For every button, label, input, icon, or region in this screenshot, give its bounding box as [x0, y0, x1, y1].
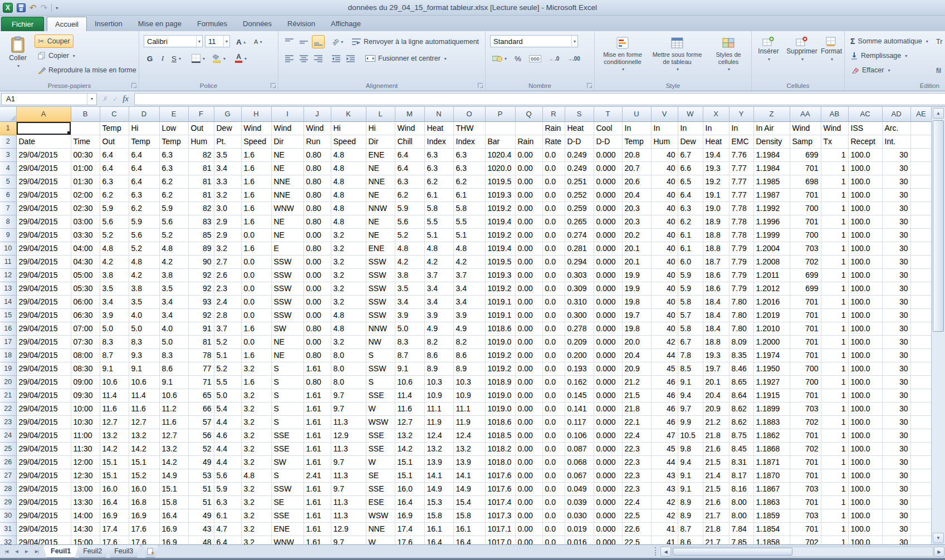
cell-AE7[interactable] [910, 202, 931, 215]
cell-AB9[interactable]: 1 [821, 228, 848, 242]
cell-D5[interactable]: 6.4 [129, 175, 159, 188]
cell-M2[interactable]: Chill [395, 135, 424, 148]
cell-O5[interactable]: 6.2 [453, 175, 485, 188]
cell-R10[interactable]: 0.0 [542, 242, 565, 255]
cell-R16[interactable]: 0.0 [542, 322, 565, 335]
cell-AB32[interactable]: 1 [821, 536, 848, 544]
cell-AA20[interactable]: 700 [790, 375, 821, 389]
cell-D26[interactable]: 15.1 [129, 455, 159, 469]
cell-B31[interactable]: 14:30 [71, 522, 100, 536]
cell-I23[interactable]: S [271, 415, 303, 429]
cell-I11[interactable]: SSW [271, 255, 303, 268]
cell-Y26[interactable]: 8.31 [729, 455, 753, 469]
cell-E8[interactable]: 5.6 [159, 215, 188, 228]
column-header-A[interactable]: A [16, 107, 71, 121]
cell-W28[interactable]: 9.1 [678, 482, 703, 495]
cell-R31[interactable]: 0.0 [542, 522, 565, 536]
cell-M20[interactable]: 10.6 [395, 375, 424, 389]
cell-Q20[interactable]: 0.00 [515, 375, 542, 389]
cell-N19[interactable]: 8.9 [424, 362, 453, 375]
row-header-16[interactable]: 16 [0, 322, 16, 335]
row-header-32[interactable]: 32 [0, 536, 16, 544]
cell-X22[interactable]: 20.9 [703, 402, 729, 415]
cell-E31[interactable]: 16.9 [159, 522, 188, 536]
cell-AD26[interactable]: 30 [882, 455, 910, 469]
cell-A14[interactable]: 29/04/2015 [16, 295, 71, 308]
cell-T8[interactable]: 0.000 [594, 215, 622, 228]
cell-Z3[interactable]: 1.1984 [753, 148, 790, 161]
cell-AD8[interactable]: 30 [882, 215, 910, 228]
cell-F23[interactable]: 57 [188, 415, 214, 429]
cell-N8[interactable]: 5.5 [424, 215, 453, 228]
cell-F4[interactable]: 81 [188, 161, 214, 175]
cell-F24[interactable]: 56 [188, 429, 214, 442]
cell-J20[interactable]: 0.80 [303, 375, 331, 389]
cell-F16[interactable]: 91 [188, 322, 214, 335]
cell-AD12[interactable]: 30 [882, 268, 910, 282]
column-header-J[interactable]: J [303, 107, 331, 121]
formula-input[interactable] [134, 93, 945, 105]
cell-AC28[interactable]: 100.0 [848, 482, 882, 495]
cell-N29[interactable]: 15.3 [424, 495, 453, 509]
cell-AC19[interactable]: 100.0 [848, 362, 882, 375]
cell-B21[interactable]: 09:30 [71, 389, 100, 402]
fill-color-button[interactable]: ▾ [210, 52, 228, 65]
cell-G15[interactable]: 2.8 [214, 308, 241, 322]
cell-AC25[interactable]: 100.0 [848, 442, 882, 455]
cell-H24[interactable]: 3.2 [241, 429, 271, 442]
formula-cancel-icon[interactable]: ✗ [102, 95, 108, 103]
conditional-formatting-button[interactable]: Mise en formeconditionnelle ▾ [597, 33, 648, 79]
cell-P26[interactable]: 1018.0 [485, 455, 515, 469]
cell-F18[interactable]: 78 [188, 348, 214, 362]
cell-F11[interactable]: 90 [188, 255, 214, 268]
cell-AC12[interactable]: 100.0 [848, 268, 882, 282]
cell-AB3[interactable]: 1 [821, 148, 848, 161]
cell-Q26[interactable]: 0.00 [515, 455, 542, 469]
cell-L26[interactable]: W [366, 455, 395, 469]
cell-AD22[interactable]: 30 [882, 402, 910, 415]
cell-E27[interactable]: 14.9 [159, 469, 188, 482]
cell-AB6[interactable]: 1 [821, 188, 848, 202]
cell-AD28[interactable]: 30 [882, 482, 910, 495]
cell-X1[interactable]: In [703, 121, 729, 135]
cell-H15[interactable]: 0.0 [241, 308, 271, 322]
cell-C12[interactable]: 3.8 [100, 268, 129, 282]
cell-AA5[interactable]: 698 [790, 175, 821, 188]
cell-A9[interactable]: 29/04/2015 [16, 228, 71, 242]
cell-U28[interactable]: 22.3 [622, 482, 651, 495]
cell-E2[interactable]: Temp [159, 135, 188, 148]
row-header-3[interactable]: 3 [0, 148, 16, 161]
cell-AC2[interactable]: Recept [848, 135, 882, 148]
cell-G30[interactable]: 6.1 [214, 509, 241, 522]
cell-M3[interactable]: 6.4 [395, 148, 424, 161]
cell-AB14[interactable]: 1 [821, 295, 848, 308]
cell-F29[interactable]: 51 [188, 495, 214, 509]
cell-AB23[interactable]: 1 [821, 415, 848, 429]
cell-Q28[interactable]: 0.00 [515, 482, 542, 495]
cell-A16[interactable]: 29/04/2015 [16, 322, 71, 335]
cell-AE30[interactable] [910, 509, 931, 522]
cell-W5[interactable]: 6.5 [678, 175, 703, 188]
cell-H21[interactable]: 3.2 [241, 389, 271, 402]
cell-J23[interactable]: 1.61 [303, 415, 331, 429]
cell-AB27[interactable]: 1 [821, 469, 848, 482]
cell-N17[interactable]: 8.2 [424, 335, 453, 348]
cell-U30[interactable]: 22.5 [622, 509, 651, 522]
cell-D31[interactable]: 17.6 [129, 522, 159, 536]
cell-R1[interactable]: Rain [542, 121, 565, 135]
cell-J6[interactable]: 0.80 [303, 188, 331, 202]
scroll-left-button[interactable]: ◀ [660, 547, 671, 557]
cell-A6[interactable]: 29/04/2015 [16, 188, 71, 202]
cell-N16[interactable]: 4.9 [424, 322, 453, 335]
cell-R12[interactable]: 0.0 [542, 268, 565, 282]
cell-J25[interactable]: 1.61 [303, 442, 331, 455]
cell-S21[interactable]: 0.145 [565, 389, 594, 402]
cell-O28[interactable]: 14.9 [453, 482, 485, 495]
row-header-10[interactable]: 10 [0, 242, 16, 255]
cell-W10[interactable]: 6.1 [678, 242, 703, 255]
cell-C23[interactable]: 12.7 [100, 415, 129, 429]
cell-J4[interactable]: 0.80 [303, 161, 331, 175]
cell-G25[interactable]: 4.4 [214, 442, 241, 455]
row-header-15[interactable]: 15 [0, 308, 16, 322]
cell-D32[interactable]: 17.6 [129, 536, 159, 544]
